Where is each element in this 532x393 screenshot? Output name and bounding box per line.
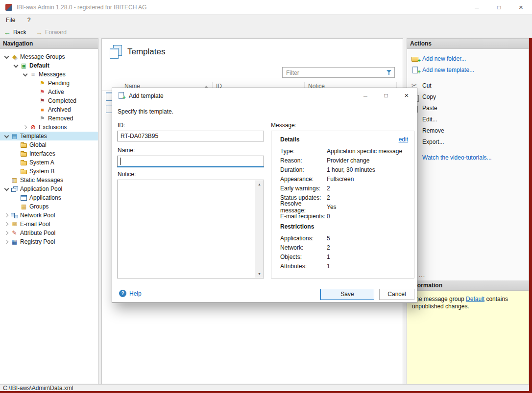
dialog-minimize-button[interactable] — [355, 88, 376, 103]
tree-item-message-groups[interactable]: Message Groups — [0, 52, 98, 61]
cancel-button[interactable]: Cancel — [379, 289, 414, 300]
tree-item-completed[interactable]: Completed — [0, 96, 98, 105]
action-label: Paste — [422, 105, 437, 112]
chevron-collapsed-icon[interactable] — [3, 212, 10, 219]
tree-item-archived[interactable]: Archived — [0, 105, 98, 114]
action-paste[interactable]: Paste — [407, 102, 529, 114]
action-export[interactable]: Export... — [407, 136, 529, 147]
panel-overflow-dots[interactable]: ... — [419, 272, 425, 278]
edit-link[interactable]: edit — [399, 136, 408, 143]
tree-item-pending[interactable]: Pending — [0, 79, 98, 88]
tree-item-system-b[interactable]: System B — [0, 167, 98, 176]
pending-icon — [38, 79, 47, 87]
action-label: Export... — [422, 139, 444, 145]
tree-item-static-messages[interactable]: Static Messages — [0, 176, 98, 185]
details-rows: Type:Application specific messageReason:… — [271, 146, 414, 221]
forward-label: Forward — [45, 29, 67, 36]
filter-box — [282, 67, 395, 78]
tree-item-label: Active — [48, 89, 64, 95]
action-edit[interactable]: Edit... — [407, 114, 529, 125]
chevron-collapsed-icon[interactable] — [3, 221, 10, 228]
back-label: Back — [13, 29, 26, 36]
help-link[interactable]: Help — [119, 290, 142, 297]
action-watch-the-video-tutorials[interactable]: Watch the video-tutorials... — [407, 152, 529, 163]
detail-row: Objects:1 — [271, 252, 414, 261]
menu-bar: File ? — [0, 15, 532, 26]
menu-file[interactable]: File — [1, 15, 20, 25]
forward-arrow-icon: → — [36, 28, 43, 36]
removed-icon — [38, 115, 47, 122]
tree-item-network-pool[interactable]: Network Pool — [0, 211, 98, 220]
detail-value: 1 — [327, 263, 330, 270]
tree-item-interfaces[interactable]: Interfaces — [0, 149, 98, 158]
chevron-collapsed-icon[interactable] — [3, 238, 10, 246]
tree-item-application-pool[interactable]: Application Pool — [0, 185, 98, 193]
menu-help[interactable]: ? — [23, 15, 35, 25]
default-group-link[interactable]: Default — [466, 296, 484, 302]
save-button[interactable]: Save — [320, 289, 374, 300]
filter-input[interactable] — [285, 69, 383, 77]
tree-item-exclusions[interactable]: Exclusions — [0, 123, 98, 132]
tree-item-default[interactable]: Default — [0, 61, 98, 70]
chevron-expanded-icon[interactable] — [3, 185, 10, 193]
action-cut[interactable]: Cut — [407, 80, 529, 91]
detail-value: 0 — [327, 213, 330, 220]
tree-item-attribute-pool[interactable]: Attribute Pool — [0, 229, 98, 237]
chevron-spacer — [31, 97, 38, 105]
action-label: Copy — [422, 93, 436, 100]
tree-item-templates[interactable]: Templates — [0, 132, 98, 140]
action-add-new-template[interactable]: Add new template... — [407, 64, 529, 75]
minimize-button[interactable] — [466, 0, 488, 15]
registry-pool-icon — [10, 238, 19, 246]
tree-item-messages[interactable]: Messages — [0, 70, 98, 79]
dialog-close-button[interactable] — [396, 88, 417, 103]
navigation-panel: Navigation Message GroupsDefaultMessages… — [0, 38, 98, 384]
detail-label: Resolve message: — [280, 200, 327, 214]
action-copy[interactable]: Copy — [407, 91, 529, 102]
information-header: Information — [407, 280, 529, 291]
name-input[interactable] — [117, 156, 264, 167]
notice-textarea[interactable] — [117, 180, 264, 278]
forward-button[interactable]: → Forward — [32, 26, 71, 38]
tree-item-groups[interactable]: Groups — [0, 202, 98, 211]
tree-item-label: E-mail Pool — [20, 221, 50, 228]
chevron-spacer — [12, 159, 20, 166]
dialog-maximize-button[interactable] — [376, 88, 396, 103]
detail-label: Type: — [280, 148, 327, 155]
action-label: Cut — [422, 82, 432, 89]
scroll-down-icon[interactable] — [255, 270, 264, 278]
id-input[interactable] — [117, 131, 264, 141]
tree-item-active[interactable]: Active — [0, 88, 98, 96]
detail-row: Reason:Provider change — [271, 156, 414, 165]
help-label: Help — [129, 290, 142, 297]
detail-row: Early warnings:2 — [271, 184, 414, 193]
details-heading: Details — [280, 136, 299, 143]
message-details-box: Details edit Type:Application specific m… — [271, 131, 414, 278]
close-button[interactable] — [510, 0, 532, 15]
exclusions-icon — [29, 123, 37, 131]
chevron-expanded-icon[interactable] — [12, 62, 20, 69]
action-add-new-folder[interactable]: Add new folder... — [407, 53, 529, 64]
scroll-up-icon[interactable] — [255, 180, 264, 188]
chevron-spacer — [31, 106, 38, 114]
message-groups-icon — [10, 53, 19, 61]
groups-icon — [20, 203, 28, 210]
tree-item-applications[interactable]: Applications — [0, 193, 98, 202]
action-remove[interactable]: Remove — [407, 125, 529, 136]
chevron-expanded-icon[interactable] — [3, 53, 10, 61]
chevron-expanded-icon[interactable] — [22, 71, 29, 78]
action-label: Watch the video-tutorials... — [422, 154, 492, 161]
tree-item-e-mail-pool[interactable]: E-mail Pool — [0, 220, 98, 229]
tree-item-label: Message Groups — [20, 53, 65, 60]
tree-item-removed[interactable]: Removed — [0, 114, 98, 123]
chevron-expanded-icon[interactable] — [3, 133, 10, 140]
chevron-collapsed-icon[interactable] — [22, 124, 29, 131]
tree-item-global[interactable]: Global — [0, 140, 98, 149]
chevron-collapsed-icon[interactable] — [3, 230, 10, 237]
tree-item-label: Messages — [39, 71, 66, 78]
scrollbar[interactable] — [255, 180, 264, 278]
back-button[interactable]: ← Back — [0, 26, 30, 38]
tree-item-system-a[interactable]: System A — [0, 158, 98, 167]
tree-item-registry-pool[interactable]: Registry Pool — [0, 237, 98, 246]
maximize-button[interactable] — [488, 0, 510, 15]
